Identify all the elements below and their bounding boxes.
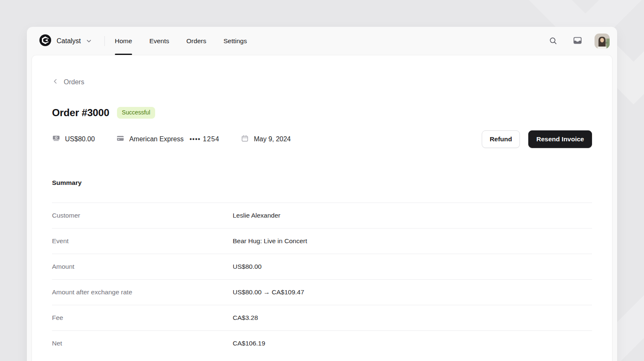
- row-value: CA$3.28: [233, 314, 592, 322]
- nav-item-settings[interactable]: Settings: [223, 27, 247, 55]
- card-last4: •••• 1254: [190, 135, 219, 143]
- nav-item-home[interactable]: Home: [115, 27, 132, 55]
- chevron-down-icon[interactable]: [84, 36, 93, 46]
- table-row: Customer Leslie Alexander: [52, 203, 592, 228]
- row-value: US$80.00: [233, 263, 592, 270]
- table-row: Amount US$80.00: [52, 254, 592, 279]
- inbox-icon: [573, 36, 582, 47]
- refund-button[interactable]: Refund: [482, 130, 520, 148]
- row-label: Event: [52, 237, 233, 245]
- nav-item-orders[interactable]: Orders: [187, 27, 206, 55]
- order-date: May 9, 2024: [254, 135, 291, 143]
- table-row: Net CA$106.19: [52, 330, 592, 356]
- brand-name: Catalyst: [57, 37, 81, 45]
- app-window: Catalyst Home Events Orders Settings: [27, 27, 617, 361]
- inbox-button[interactable]: [570, 34, 584, 48]
- chevron-left-icon: [52, 78, 59, 86]
- avatar[interactable]: [595, 34, 610, 49]
- search-icon: [548, 36, 558, 47]
- table-row: Fee CA$3.28: [52, 305, 592, 330]
- breadcrumb[interactable]: Orders: [52, 78, 84, 86]
- row-value: Bear Hug: Live in Concert: [233, 237, 592, 245]
- meta-amount: US$80.00: [52, 134, 95, 144]
- content-card: Orders Order #3000 Successful US$80.00: [32, 55, 612, 361]
- resend-invoice-button[interactable]: Resend Invoice: [528, 130, 592, 148]
- status-badge: Successful: [117, 107, 156, 119]
- order-amount: US$80.00: [65, 135, 95, 143]
- calendar-icon: [241, 134, 249, 144]
- row-value: Leslie Alexander: [233, 212, 592, 219]
- main-nav: Home Events Orders Settings: [115, 27, 264, 55]
- credit-card-icon: [116, 134, 125, 144]
- meta-date: May 9, 2024: [241, 134, 291, 144]
- navbar-divider: [104, 36, 105, 46]
- page-title: Order #3000: [52, 107, 109, 119]
- brand[interactable]: Catalyst: [39, 34, 81, 48]
- row-label: Fee: [52, 314, 233, 322]
- catalyst-logo-icon: [39, 34, 51, 48]
- card-brand: American Express: [129, 135, 184, 143]
- row-label: Amount after exchange rate: [52, 288, 233, 296]
- meta-row: US$80.00 American Express •••• 1254: [52, 130, 592, 148]
- navbar: Catalyst Home Events Orders Settings: [27, 27, 617, 55]
- navbar-right: [546, 34, 610, 49]
- row-label: Amount: [52, 263, 233, 270]
- meta-payment: American Express •••• 1254: [116, 134, 219, 144]
- title-row: Order #3000 Successful: [52, 107, 592, 119]
- banknote-icon: [52, 134, 60, 144]
- search-button[interactable]: [546, 34, 560, 48]
- nav-item-events[interactable]: Events: [149, 27, 169, 55]
- row-value: CA$106.19: [233, 340, 592, 347]
- table-row: Event Bear Hug: Live in Concert: [52, 228, 592, 254]
- summary-table: Customer Leslie Alexander Event Bear Hug…: [52, 203, 592, 356]
- breadcrumb-label: Orders: [64, 78, 84, 86]
- row-value: US$80.00 → CA$109.47: [233, 288, 592, 296]
- order-actions: Refund Resend Invoice: [482, 130, 592, 148]
- row-label: Net: [52, 340, 233, 347]
- summary-heading: Summary: [52, 179, 592, 187]
- table-row: Amount after exchange rate US$80.00 → CA…: [52, 279, 592, 305]
- row-label: Customer: [52, 212, 233, 219]
